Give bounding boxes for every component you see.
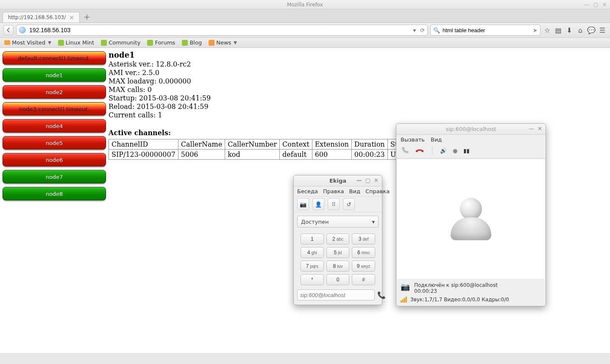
window-maximize-icon[interactable]: ▢	[365, 177, 370, 183]
ekiga-menubar: Беседа Правка Вид Справка	[294, 186, 382, 197]
dialpad-icon: ⠿	[331, 201, 336, 208]
dial-8[interactable]: 8tuv	[326, 261, 350, 272]
node-button-3[interactable]: node3:connect() timeout.	[3, 102, 106, 116]
table-header-cell: Context	[280, 139, 312, 150]
mic-icon: ●	[453, 147, 457, 154]
table-header-cell: Extension	[312, 139, 351, 150]
dial-6[interactable]: 6mno	[352, 247, 375, 258]
bookmark-community[interactable]: Community	[101, 39, 140, 46]
window-minimize-icon[interactable]: —	[357, 177, 362, 183]
node-button-2[interactable]: node2	[3, 85, 106, 99]
tab-close-icon[interactable]: ×	[69, 14, 74, 21]
mint-icon	[101, 40, 107, 46]
menu-icon[interactable]: ☰	[598, 26, 607, 34]
urlbar-dropdown-icon[interactable]: ▾	[412, 27, 418, 33]
dial-5[interactable]: 5jkl	[326, 247, 350, 258]
window-close-icon[interactable]: ✕	[374, 177, 379, 183]
node-button-6[interactable]: node6	[3, 153, 106, 167]
mint-icon	[147, 40, 153, 46]
ekiga-window[interactable]: Ekiga — ▢ ✕ Беседа Правка Вид Справка 📷 …	[293, 175, 382, 305]
bookmark-blog[interactable]: Blog	[182, 39, 202, 46]
call-button[interactable]: 📞	[377, 291, 386, 299]
presence-status-dropdown[interactable]: Доступен ▾	[297, 216, 379, 228]
menu-view[interactable]: Вид	[431, 136, 442, 143]
search-input[interactable]	[442, 27, 533, 34]
call-window[interactable]: sip:600@localhost — ✕ Вызвать Вид 🔊 ●	[396, 123, 546, 306]
dial-star[interactable]: *	[301, 274, 324, 285]
pause-button[interactable]: ▮▮	[463, 147, 469, 154]
call-stats-text: Звук:1,7/1,7 Видео:0,0/0,0 Кадры:0/0	[410, 297, 509, 303]
node-button-5[interactable]: node5	[3, 136, 106, 150]
contacts-button[interactable]: 👤	[312, 198, 324, 210]
video-area	[397, 159, 545, 279]
search-icon: 🔍	[433, 27, 440, 33]
browser-window-title: Mozilla Firefox	[287, 2, 323, 8]
call-window-toolbar: 🔊 ● ▮▮	[396, 144, 546, 158]
node-button-4[interactable]: node4	[3, 119, 106, 133]
browser-window-titlebar: Mozilla Firefox — ▢ ✕	[0, 0, 610, 9]
pickup-call-button[interactable]	[401, 146, 409, 155]
signal-bars-icon	[401, 297, 407, 303]
bookmark-linux-mint[interactable]: Linux Mint	[58, 39, 94, 46]
node-button-7[interactable]: node7	[3, 170, 106, 183]
window-close-icon[interactable]: ✕	[602, 2, 607, 8]
menu-view[interactable]: Вид	[349, 188, 360, 195]
search-bar[interactable]: 🔍 ➤	[430, 25, 540, 36]
chevron-down-icon: ▾	[372, 219, 375, 225]
new-tab-button[interactable]: +	[82, 12, 92, 21]
chat-icon[interactable]: 💬	[587, 26, 596, 34]
bookmark-star-icon[interactable]: ☆	[543, 26, 552, 34]
hangup-call-button[interactable]	[415, 146, 424, 155]
table-cell: kod	[225, 150, 280, 160]
menu-chat[interactable]: Беседа	[297, 188, 318, 195]
dial-2[interactable]: 2abc	[326, 233, 350, 245]
history-button[interactable]: ↺	[343, 198, 355, 210]
mint-icon	[182, 40, 188, 46]
node-title: node1	[109, 50, 607, 59]
window-minimize-icon[interactable]: —	[529, 125, 534, 132]
dial-1[interactable]: 1	[301, 233, 324, 245]
dial-0[interactable]: 0	[326, 274, 350, 285]
bookmark-forums[interactable]: Forums	[147, 39, 175, 46]
window-minimize-icon[interactable]: —	[584, 2, 589, 8]
window-close-icon[interactable]: ✕	[538, 125, 542, 132]
dial-3[interactable]: 3def	[352, 233, 375, 245]
browser-tab[interactable]: http://192.168.56.103/ ×	[3, 12, 80, 22]
back-button[interactable]	[3, 25, 14, 35]
reload-icon[interactable]: ⟳	[418, 27, 425, 33]
window-maximize-icon[interactable]: ▢	[593, 2, 598, 8]
reader-view-icon[interactable]: ▤	[554, 26, 563, 34]
call-status-label: Подключён к sip:600@localhost	[414, 282, 498, 288]
downloads-icon[interactable]: ⬇	[565, 26, 574, 34]
menu-help[interactable]: Справка	[365, 188, 390, 195]
table-header-cell: Duration	[351, 139, 387, 150]
menu-call[interactable]: Вызвать	[401, 136, 425, 143]
ekiga-titlebar[interactable]: Ekiga — ▢ ✕	[294, 175, 382, 186]
dial-4[interactable]: 4ghi	[301, 247, 324, 258]
dial-7[interactable]: 7pqrs	[301, 261, 324, 272]
url-input[interactable]	[28, 26, 412, 34]
phone-hangup-icon	[415, 146, 424, 155]
dial-hash[interactable]: #	[352, 274, 375, 285]
chevron-down-icon: ▼	[48, 40, 51, 45]
dial-9[interactable]: 9wxyz	[352, 261, 375, 272]
table-header-row: ChannelIDCallerNameCallerNumberContextEx…	[109, 139, 412, 150]
bookmark-news[interactable]: News ▼	[209, 39, 237, 46]
speaker-button[interactable]: 🔊	[440, 147, 447, 154]
address-bar[interactable]: ▾ ⟳	[16, 25, 428, 36]
node-button-0[interactable]: default:connect() timeout.	[3, 51, 106, 65]
camera-icon: 📷	[300, 201, 306, 208]
camera-button[interactable]: 📷	[297, 198, 309, 210]
dialpad-button[interactable]: ⠿	[328, 198, 340, 210]
home-icon[interactable]: ⌂	[576, 26, 585, 34]
bookmark-most-visited[interactable]: Most Visited ▼	[4, 39, 51, 46]
table-cell: 5006	[178, 150, 225, 160]
menu-edit[interactable]: Правка	[323, 188, 344, 195]
node-button-8[interactable]: node8	[3, 187, 106, 200]
call-status-row: 📷 Подключён к sip:600@localhost 00:00:23	[396, 280, 546, 297]
sip-address-input[interactable]	[297, 289, 375, 300]
node-button-1[interactable]: node1	[3, 68, 106, 82]
search-go-icon[interactable]: ➤	[533, 27, 538, 33]
mic-button[interactable]: ●	[453, 147, 457, 154]
call-window-titlebar[interactable]: sip:600@localhost — ✕	[396, 124, 546, 135]
